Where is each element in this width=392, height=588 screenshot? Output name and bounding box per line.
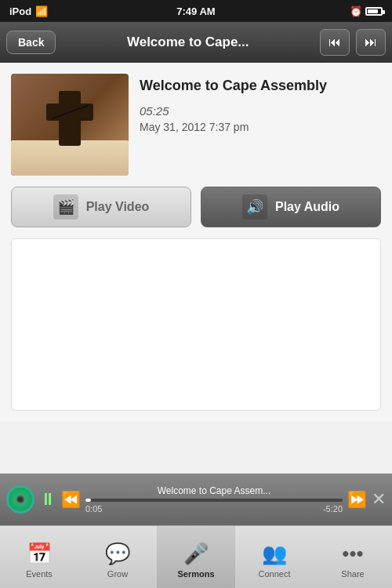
- tab-connect[interactable]: 👥 Connect: [235, 526, 314, 588]
- player-current-time: 0:05: [85, 504, 102, 514]
- battery-fill: [368, 9, 378, 13]
- status-bar: iPod 📶 7:49 AM ⏰: [0, 0, 392, 22]
- status-time: 7:49 AM: [176, 5, 215, 17]
- connect-icon: 👥: [262, 542, 287, 566]
- content-area: Welcome to Cape Assembly 05:25 May 31, 2…: [0, 63, 392, 422]
- player-bar: ⏸ ⏪ Welcome to Cape Assem... 0:05 -5:20 …: [0, 474, 392, 525]
- play-audio-button[interactable]: 🔊 Play Audio: [201, 187, 381, 227]
- nav-title: Welcome to Cape...: [62, 34, 314, 50]
- media-duration: 05:25: [140, 104, 381, 118]
- media-info: Welcome to Cape Assembly 05:25 May 31, 2…: [140, 74, 381, 176]
- player-remaining-time: -5:20: [323, 504, 343, 514]
- buttons-row: 🎬 Play Video 🔊 Play Audio: [11, 187, 381, 227]
- thumbnail: [11, 74, 129, 176]
- tab-events[interactable]: 📅 Events: [0, 526, 78, 588]
- main-content-area: [11, 238, 381, 411]
- player-times: 0:05 -5:20: [85, 504, 343, 514]
- player-track-title: Welcome to Cape Assem...: [85, 485, 343, 496]
- status-right: ⏰: [350, 5, 383, 17]
- share-icon: •••: [342, 542, 363, 566]
- prev-button[interactable]: ⏮: [320, 29, 350, 56]
- events-label: Events: [26, 569, 53, 579]
- player-pause-button[interactable]: ⏸: [39, 489, 56, 510]
- next-icon: ⏭: [365, 35, 377, 49]
- grow-label: Grow: [107, 569, 128, 579]
- grow-icon: 💬: [105, 542, 130, 566]
- tab-sermons[interactable]: 🎤 Sermons: [157, 526, 235, 588]
- carrier-label: iPod: [9, 5, 31, 17]
- player-close-button[interactable]: ✕: [372, 489, 386, 510]
- wifi-icon: 📶: [35, 5, 48, 17]
- events-icon: 📅: [27, 542, 52, 566]
- player-progress-bar[interactable]: [85, 499, 343, 502]
- sermons-icon: 🎤: [183, 542, 209, 566]
- prev-icon: ⏮: [328, 35, 341, 49]
- back-button[interactable]: Back: [6, 31, 56, 54]
- tab-bar: 📅 Events 💬 Grow 🎤 Sermons 👥 Connect ••• …: [0, 525, 392, 588]
- player-progress-fill: [85, 499, 91, 502]
- nav-bar: Back Welcome to Cape... ⏮ ⏭: [0, 22, 392, 63]
- play-video-button[interactable]: 🎬 Play Video: [11, 187, 191, 227]
- tab-share[interactable]: ••• Share: [314, 526, 392, 588]
- share-label: Share: [341, 569, 364, 579]
- alarm-icon: ⏰: [350, 5, 362, 17]
- sermons-label: Sermons: [177, 569, 214, 579]
- play-video-label: Play Video: [86, 200, 150, 214]
- media-title: Welcome to Cape Assembly: [140, 77, 381, 95]
- player-middle: Welcome to Cape Assem... 0:05 -5:20: [85, 485, 343, 514]
- status-left: iPod 📶: [9, 5, 48, 17]
- media-date: May 31, 2012 7:37 pm: [140, 121, 381, 133]
- play-audio-label: Play Audio: [275, 200, 339, 214]
- player-rewind-button[interactable]: ⏪: [61, 490, 81, 509]
- battery-icon: [365, 7, 383, 16]
- tab-grow[interactable]: 💬 Grow: [78, 526, 157, 588]
- next-button[interactable]: ⏭: [356, 29, 386, 56]
- player-forward-button[interactable]: ⏩: [347, 490, 367, 509]
- media-card: Welcome to Cape Assembly 05:25 May 31, 2…: [11, 74, 381, 176]
- video-icon: 🎬: [53, 194, 78, 220]
- player-disc: [6, 485, 34, 514]
- player-disc-inner: [16, 495, 24, 503]
- connect-label: Connect: [259, 569, 291, 579]
- audio-icon: 🔊: [242, 194, 267, 220]
